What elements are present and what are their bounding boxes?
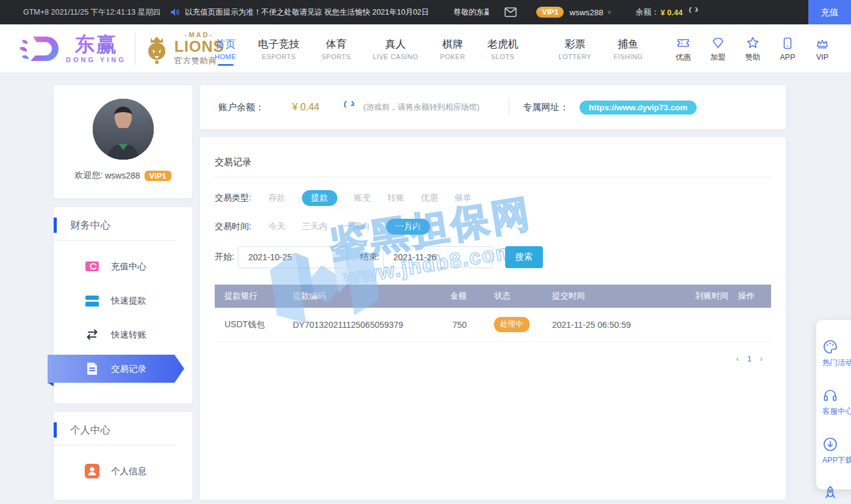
end-date-input[interactable] — [383, 246, 493, 268]
sidebar-item-label: 快速提款 — [111, 295, 146, 307]
float-item-back-to-top[interactable]: 返回顶部 — [816, 471, 851, 504]
nav-icon-item-join[interactable]: 加盟 — [706, 35, 730, 63]
sidebar-item-quick-withdraw[interactable]: 快速提款 — [54, 283, 192, 318]
cell-status: 处理中 — [467, 317, 552, 332]
transaction-type-options: 存款 提款 账变 转账 优惠 催单 — [268, 190, 472, 206]
type-option-transfer[interactable]: 转账 — [387, 193, 404, 204]
balance-value: ¥ 0.44 — [661, 8, 683, 17]
cell-amount: 750 — [445, 320, 467, 330]
records-table: 提款银行 提款编码 金额 状态 提交时间 到账时间 操作 USDT钱包 DY70… — [215, 285, 771, 342]
nav-icon-item-app[interactable]: APP — [775, 36, 800, 62]
nav-item-live-casino[interactable]: 真人 LIVE CASINO — [373, 37, 418, 60]
current-page-number[interactable]: 1 — [747, 354, 752, 363]
time-option-month[interactable]: 一月内 — [386, 219, 430, 235]
sidebar-item-recharge-center[interactable]: 充值中心 — [54, 249, 192, 283]
records-title: 交易记录 — [215, 137, 771, 168]
float-item-label: APP下载 — [822, 455, 851, 466]
type-option-reminder[interactable]: 催单 — [454, 193, 472, 204]
sidebar-item-quick-transfer[interactable]: 快速转账 — [54, 318, 192, 352]
nav-item-esports[interactable]: 电子竞技 ESPORTS — [258, 37, 300, 60]
col-header-bank: 提款银行 — [215, 291, 293, 302]
search-button[interactable]: 搜索 — [505, 246, 543, 268]
nav-item-home-en: HOME — [215, 53, 236, 60]
start-date-input[interactable] — [238, 246, 348, 268]
next-page-button[interactable]: › — [760, 354, 763, 363]
float-item-customer-service[interactable]: 客服中心 — [816, 374, 851, 422]
transfer-arrows-icon — [84, 327, 100, 343]
sidebar-item-transaction-records[interactable]: 交易记录 — [54, 352, 192, 386]
nav-item-lottery[interactable]: 彩票 LOTTERY — [559, 37, 592, 60]
nav-item-sports-cn: 体育 — [321, 37, 351, 51]
col-header-status: 状态 — [467, 291, 552, 302]
transaction-type-label: 交易类型: — [215, 193, 268, 204]
active-item-ribbon-fold — [48, 383, 54, 386]
nav-item-fishing[interactable]: 捕鱼 FISHING — [614, 37, 643, 60]
sidebar-item-personal-info[interactable]: 个人信息 — [54, 454, 192, 488]
transaction-time-row: 交易时间: 今天 三天内 一周内 一月内 — [215, 219, 771, 235]
type-option-account-change[interactable]: 账变 — [354, 193, 371, 204]
type-option-withdraw[interactable]: 提款 — [302, 190, 337, 206]
records-table-header: 提款银行 提款编码 金额 状态 提交时间 到账时间 操作 — [215, 285, 771, 308]
nav-item-slots[interactable]: 老虎机 SLOTS — [487, 37, 519, 60]
float-item-label: 热门活动 — [822, 358, 851, 368]
end-date-label: 结束: — [360, 252, 379, 263]
account-balance-bar: 账户余额： ¥ 0.44 (游戏前，请将余额转到相应场馆) 专属网址： http… — [200, 85, 786, 129]
nav-item-home[interactable]: 首页 HOME — [215, 37, 236, 60]
star-icon — [745, 35, 760, 50]
ticket-icon — [676, 35, 691, 50]
document-icon — [84, 361, 100, 377]
vertical-divider — [509, 99, 509, 116]
nav-item-poker[interactable]: 棋牌 POKER — [440, 37, 465, 60]
speaker-icon — [170, 8, 180, 16]
welcome-username: wsws288 — [105, 171, 140, 180]
nav-item-esports-en: ESPORTS — [258, 53, 300, 60]
welcome-row: 欢迎您: wsws288 VIP1 — [54, 170, 192, 181]
transaction-time-options: 今天 三天内 一周内 一月内 — [268, 219, 430, 235]
diamond-icon — [711, 35, 725, 50]
time-option-today[interactable]: 今天 — [268, 221, 285, 232]
dongying-flame-logo-icon — [18, 32, 61, 66]
personal-menu: 个人信息 — [54, 454, 192, 488]
topbar: GTM+8 2021/11/25 下午12:41:13 星期四 以充值页面提示为… — [0, 0, 851, 24]
nav-icon-item-vip[interactable]: VIP — [810, 36, 835, 62]
type-option-promo[interactable]: 优惠 — [421, 193, 438, 204]
brand-logo[interactable]: 东赢 DONG YING -MAD- LIONS 官方赞助商 — [18, 24, 224, 73]
chevron-down-icon[interactable]: ˅ — [608, 9, 611, 16]
float-item-app-download[interactable]: APP下载 — [816, 422, 851, 471]
recharge-button[interactable]: 充值 — [808, 0, 851, 24]
nav-icon-label-vip: VIP — [810, 53, 835, 62]
nav-icon-item-sponsor[interactable]: 赞助 — [741, 35, 765, 63]
palette-icon — [822, 339, 851, 355]
account-balance-value: ¥ 0.44 — [292, 102, 319, 113]
prev-page-button[interactable]: ‹ — [736, 354, 739, 363]
type-option-deposit[interactable]: 存款 — [268, 193, 285, 204]
announcement-marquee-2: 尊敬的东赢 — [453, 7, 489, 18]
float-item-hot-activities[interactable]: 热门活动 — [816, 325, 851, 374]
username-text[interactable]: wsws288 — [569, 8, 603, 17]
nav-menu: 首页 HOME 电子竞技 ESPORTS 体育 SPORTS 真人 LIVE C… — [215, 24, 643, 73]
user-profile-card: 欢迎您: wsws288 VIP1 — [54, 85, 192, 198]
col-header-code: 提款编码 — [293, 291, 445, 302]
time-option-3days[interactable]: 三天内 — [302, 221, 328, 232]
nav-item-home-cn: 首页 — [215, 37, 236, 51]
nav-item-sports[interactable]: 体育 SPORTS — [321, 37, 351, 60]
sidebar-item-label: 交易记录 — [111, 363, 146, 375]
nav-icon-item-promo[interactable]: 优惠 — [671, 35, 695, 63]
nav-item-poker-cn: 棋牌 — [440, 37, 465, 51]
avatar[interactable] — [93, 99, 154, 160]
col-header-submit-time: 提交时间 — [552, 291, 695, 302]
col-header-action: 操作 — [738, 291, 771, 302]
vip-badge: VIP1 — [145, 171, 171, 181]
personal-center-title: 个人中心 — [54, 412, 176, 445]
mail-icon[interactable] — [504, 7, 517, 17]
time-option-week[interactable]: 一周内 — [344, 221, 370, 232]
finance-center-panel: 财务中心 充值中心 快速提款 快速转账 交易记录 — [54, 207, 192, 403]
transaction-type-row: 交易类型: 存款 提款 账变 转账 优惠 催单 — [215, 190, 771, 206]
nav-item-fishing-en: FISHING — [614, 53, 643, 60]
sidebar-item-label: 充值中心 — [111, 261, 146, 272]
refresh-balance-icon[interactable] — [689, 7, 699, 18]
vip-level-badge: VIP1 — [536, 7, 564, 18]
transaction-records-card: 交易记录 交易类型: 存款 提款 账变 转账 优惠 催单 交易时间: 今天 三天… — [200, 137, 786, 500]
exclusive-url-pill[interactable]: https://www.dyvip73.com — [580, 101, 697, 115]
refresh-icon[interactable] — [343, 101, 356, 113]
